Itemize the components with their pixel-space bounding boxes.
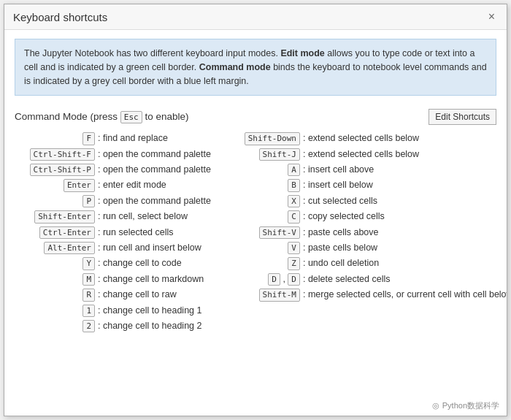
shortcut-row: Shift-M: merge selected cells, or curren… bbox=[220, 287, 507, 302]
shortcut-desc: : cut selected cells bbox=[303, 196, 377, 206]
shortcut-row: Enter: enter edit mode bbox=[15, 177, 211, 193]
close-button[interactable]: × bbox=[485, 10, 498, 23]
shortcut-row: A: insert cell above bbox=[220, 162, 507, 177]
right-shortcuts-col: Shift-Down: extend selected cells belowS… bbox=[215, 131, 507, 334]
info-box: The Jupyter Notebook has two different k… bbox=[15, 39, 496, 96]
dialog-header: Keyboard shortcuts × bbox=[4, 4, 507, 30]
shortcut-desc: : delete selected cells bbox=[303, 274, 391, 284]
shortcut-key: Alt-Enter bbox=[15, 242, 95, 254]
shortcut-key: Ctrl-Enter bbox=[15, 226, 95, 239]
shortcut-row: Alt-Enter: run cell and insert below bbox=[15, 240, 211, 256]
shortcut-row: F: find and replace bbox=[15, 131, 211, 146]
shortcut-row: M: change cell to markdown bbox=[15, 272, 211, 287]
watermark-text: Python数据科学 bbox=[442, 400, 499, 411]
shortcut-key: A bbox=[220, 164, 300, 176]
info-text-before: The Jupyter Notebook has two different k… bbox=[24, 48, 280, 58]
shortcut-key: Z bbox=[220, 257, 300, 270]
shortcut-desc: : open the command palette bbox=[98, 149, 211, 159]
shortcut-row: B: insert cell below bbox=[220, 177, 507, 193]
shortcut-row: Shift-V: paste cells above bbox=[220, 225, 507, 240]
shortcut-key: Ctrl-Shift-P bbox=[15, 164, 95, 176]
shortcut-desc: : run selected cells bbox=[98, 227, 174, 237]
shortcut-key: 2 bbox=[15, 320, 95, 332]
shortcut-desc: : change cell to heading 1 bbox=[98, 305, 201, 316]
shortcut-key: Enter bbox=[15, 179, 95, 191]
section-title-prefix: Command Mode (press bbox=[15, 111, 120, 122]
shortcut-row: Z: undo cell deletion bbox=[220, 256, 507, 271]
left-shortcuts-col: F: find and replaceCtrl-Shift-F: open th… bbox=[10, 131, 215, 334]
shortcut-row: Shift-J: extend selected cells below bbox=[220, 147, 507, 162]
shortcut-key: Y bbox=[15, 257, 95, 270]
command-mode-label: Command mode bbox=[199, 62, 271, 72]
shortcut-desc: : open the command palette bbox=[98, 196, 211, 206]
shortcut-desc: : extend selected cells below bbox=[303, 133, 419, 143]
shortcut-row: R: change cell to raw bbox=[15, 287, 211, 302]
shortcut-desc: : merge selected cells, or current cell … bbox=[303, 289, 507, 299]
shortcut-key: D , D bbox=[220, 273, 300, 286]
shortcut-row: P: open the command palette bbox=[15, 194, 211, 209]
shortcut-row: D , D: delete selected cells bbox=[220, 272, 507, 287]
shortcut-desc: : change cell to raw bbox=[98, 289, 177, 299]
keyboard-shortcuts-dialog: Keyboard shortcuts × The Jupyter Noteboo… bbox=[4, 4, 507, 416]
shortcut-desc: : paste cells below bbox=[303, 243, 377, 253]
shortcut-key: Shift-J bbox=[220, 148, 300, 161]
shortcut-key: F bbox=[15, 132, 95, 145]
shortcut-key: Ctrl-Shift-F bbox=[15, 148, 95, 161]
shortcut-key: M bbox=[15, 273, 95, 286]
esc-key: Esc bbox=[120, 111, 142, 123]
shortcut-key: B bbox=[220, 179, 300, 191]
shortcut-desc: : copy selected cells bbox=[303, 211, 385, 221]
shortcut-key: X bbox=[220, 195, 300, 207]
shortcut-row: C: copy selected cells bbox=[220, 209, 507, 224]
shortcut-row: 1: change cell to heading 1 bbox=[15, 303, 211, 318]
shortcut-row: Shift-Enter: run cell, select below bbox=[15, 209, 211, 224]
shortcut-desc: : run cell, select below bbox=[98, 211, 188, 221]
shortcut-row: V: paste cells below bbox=[220, 240, 507, 256]
shortcut-row: Y: change cell to code bbox=[15, 256, 211, 271]
watermark: ◎ Python数据科学 bbox=[432, 400, 499, 411]
shortcut-key: V bbox=[220, 242, 300, 254]
shortcut-desc: : undo cell deletion bbox=[303, 258, 379, 268]
shortcut-key: Shift-V bbox=[220, 226, 300, 239]
shortcut-row: Shift-Down: extend selected cells below bbox=[220, 131, 507, 146]
shortcut-key: Shift-Enter bbox=[15, 210, 95, 223]
shortcut-row: X: cut selected cells bbox=[220, 194, 507, 209]
shortcut-row: 2: change cell to heading 2 bbox=[15, 318, 211, 334]
shortcut-key: Shift-M bbox=[220, 289, 300, 301]
edit-shortcuts-button[interactable]: Edit Shortcuts bbox=[429, 109, 496, 125]
shortcut-desc: : change cell to heading 2 bbox=[98, 321, 201, 331]
dialog-title: Keyboard shortcuts bbox=[13, 11, 107, 23]
edit-mode-label: Edit mode bbox=[280, 48, 324, 58]
shortcut-key: C bbox=[220, 210, 300, 223]
shortcut-key: Shift-Down bbox=[220, 132, 300, 145]
shortcut-desc: : enter edit mode bbox=[98, 180, 166, 190]
section-header: Command Mode (press Esc to enable) Edit … bbox=[4, 104, 507, 131]
section-title: Command Mode (press Esc to enable) bbox=[15, 111, 188, 123]
shortcuts-grid: F: find and replaceCtrl-Shift-F: open th… bbox=[4, 131, 507, 334]
shortcut-key: 1 bbox=[15, 305, 95, 317]
shortcut-desc: : change cell to code bbox=[98, 258, 182, 268]
shortcut-key: R bbox=[15, 289, 95, 301]
shortcut-desc: : insert cell below bbox=[303, 180, 373, 190]
section-title-suffix: to enable) bbox=[142, 111, 189, 122]
shortcut-key: P bbox=[15, 195, 95, 207]
watermark-icon: ◎ bbox=[432, 401, 439, 411]
shortcut-desc: : insert cell above bbox=[303, 164, 374, 175]
shortcut-desc: : extend selected cells below bbox=[303, 149, 419, 159]
dialog-body: The Jupyter Notebook has two different k… bbox=[4, 30, 507, 416]
shortcut-desc: : change cell to markdown bbox=[98, 274, 204, 284]
shortcut-desc: : paste cells above bbox=[303, 227, 379, 237]
shortcut-desc: : run cell and insert below bbox=[98, 243, 201, 253]
shortcut-row: Ctrl-Shift-P: open the command palette bbox=[15, 162, 211, 177]
shortcut-desc: : open the command palette bbox=[98, 164, 211, 175]
shortcut-row: Ctrl-Enter: run selected cells bbox=[15, 225, 211, 240]
shortcut-desc: : find and replace bbox=[98, 133, 168, 143]
shortcut-row: Ctrl-Shift-F: open the command palette bbox=[15, 147, 211, 162]
